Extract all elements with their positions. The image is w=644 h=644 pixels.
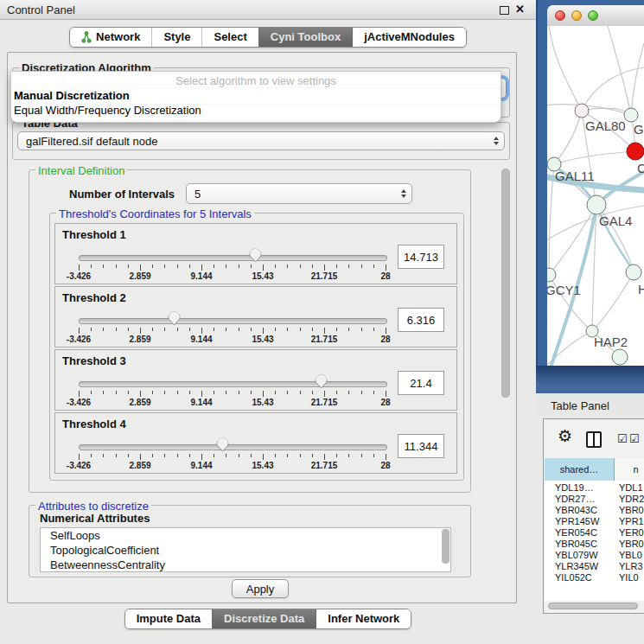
slider-tick — [189, 454, 190, 457]
gear-icon[interactable]: ⚙ — [558, 428, 572, 444]
algorithm-option-manual[interactable]: Manual Discretization — [14, 89, 130, 102]
float-icon[interactable] — [500, 6, 509, 15]
table-data-combo[interactable]: galFiltered.sif default node — [17, 131, 505, 150]
algorithm-option-equal-width[interactable]: Equal Width/Frequency Discretization — [14, 104, 201, 117]
slider-tick — [91, 391, 92, 394]
network-window-titlebar — [547, 5, 644, 27]
attribute-list-item[interactable]: BetweennessCentrality — [41, 558, 450, 572]
network-edge[interactable] — [592, 272, 634, 331]
tab-impute-data[interactable]: Impute Data — [125, 609, 212, 628]
network-node-label: G — [634, 122, 644, 137]
table-row[interactable]: YER054CYER0 — [545, 527, 644, 539]
network-edge[interactable] — [582, 108, 631, 115]
network-edge[interactable] — [582, 67, 644, 111]
tab-discretize-data[interactable]: Discretize Data — [212, 609, 316, 628]
slider-tick — [103, 265, 104, 268]
slider-tick — [348, 328, 349, 331]
slider-tick-label: 15.43 — [252, 461, 273, 470]
attribute-list-item[interactable]: SelfLoops — [41, 528, 450, 543]
slider-tick — [214, 391, 214, 394]
slider-tick — [239, 328, 239, 331]
threshold-value-field[interactable]: 11.344 — [398, 434, 444, 458]
tab-style[interactable]: Style — [151, 28, 201, 47]
network-canvas[interactable]: GAL80GCGAL11GAL4GCY1HHAP2 — [547, 26, 644, 366]
tab-jactivemnodules[interactable]: jActiveMNodules — [352, 28, 466, 47]
table-row[interactable]: YDR27…YDR2 — [545, 494, 644, 505]
network-edge[interactable] — [554, 151, 635, 164]
slider-tick — [373, 391, 374, 394]
slider-tick — [140, 454, 141, 460]
num-intervals-combo[interactable]: 5 — [186, 183, 412, 204]
network-node[interactable] — [624, 108, 638, 122]
table-cell-name: YBR0 — [614, 505, 644, 516]
slider-tick — [103, 454, 104, 457]
table-row[interactable]: YDL19…YDL1 — [545, 482, 644, 494]
threshold-slider-track[interactable] — [79, 255, 387, 261]
table-header-name[interactable]: n — [615, 458, 644, 481]
network-node[interactable] — [547, 268, 556, 282]
slider-tick — [361, 391, 362, 394]
network-node[interactable] — [626, 265, 641, 280]
threshold-slider-track[interactable] — [79, 381, 387, 387]
slider-tick — [79, 328, 80, 334]
close-icon[interactable]: ✕ — [515, 3, 525, 16]
zoom-traffic-light-icon[interactable] — [588, 10, 598, 21]
close-traffic-light-icon[interactable] — [555, 10, 565, 21]
slider-tick — [300, 328, 301, 331]
network-edge[interactable] — [554, 111, 582, 164]
table-horizontal-scrollbar[interactable] — [548, 603, 638, 609]
num-intervals-label: Number of Intervals — [69, 188, 175, 201]
table-row[interactable]: YIL052CYIL0 — [545, 572, 644, 583]
threshold-slider-track[interactable] — [79, 444, 387, 450]
table-row[interactable]: YPR145WYPR1 — [545, 516, 644, 527]
slider-tick — [91, 265, 92, 268]
slider-tick — [116, 328, 117, 331]
network-edge[interactable] — [608, 26, 631, 115]
network-node[interactable] — [575, 104, 589, 118]
table-row[interactable]: YLR345WYLR3 — [545, 561, 644, 572]
tab-network[interactable]: Network — [70, 28, 151, 47]
threshold-value-field[interactable]: 6.316 — [398, 308, 444, 332]
threshold-slider-thumb[interactable] — [167, 310, 182, 326]
table-header-shared[interactable]: shared… — [545, 458, 615, 481]
threshold-slider-thumb[interactable] — [314, 373, 328, 389]
combo-spinner-icon — [494, 137, 499, 145]
split-columns-icon[interactable] — [586, 431, 602, 448]
threshold-slider-thumb[interactable] — [215, 437, 230, 452]
threshold-panel-3: Threshold 3-3.4262.8599.14415.4321.71528… — [54, 349, 457, 411]
tab-infer-network[interactable]: Infer Network — [316, 609, 411, 628]
table-row[interactable]: YBR043CYBR0 — [545, 505, 644, 516]
threshold-slider-thumb[interactable] — [248, 247, 263, 263]
threshold-value-field[interactable]: 14.713 — [398, 245, 444, 269]
table-cell-name: YDL1 — [614, 482, 643, 494]
attributes-list[interactable]: SelfLoopsTopologicalCoefficientBetweenne… — [40, 527, 451, 572]
checkbox-icon[interactable]: ☑ — [617, 433, 628, 444]
content-vertical-scrollbar[interactable] — [501, 169, 510, 398]
slider-tick — [287, 391, 288, 394]
threshold-slider-track[interactable] — [79, 318, 387, 324]
attribute-list-item[interactable]: TopologicalCoefficient — [41, 543, 450, 558]
tab-select[interactable]: Select — [201, 28, 258, 47]
attributes-list-scrollbar[interactable] — [442, 529, 450, 564]
network-node[interactable] — [627, 143, 644, 160]
threshold-value-field[interactable]: 21.4 — [398, 371, 444, 395]
threshold-panel-2: Threshold 2-3.4262.8599.14415.4321.71528… — [54, 286, 457, 348]
table-cell-shared: YBR045C — [545, 539, 614, 550]
network-edge[interactable] — [549, 26, 582, 111]
table-cell-name: YDR2 — [614, 494, 644, 505]
network-edge[interactable] — [631, 43, 644, 115]
slider-tick — [103, 328, 104, 331]
apply-button[interactable]: Apply — [232, 579, 289, 598]
tab-cyni-toolbox[interactable]: Cyni Toolbox — [258, 28, 352, 47]
slider-tick — [373, 328, 374, 331]
slider-tick — [263, 328, 264, 334]
slider-tick — [386, 265, 386, 271]
network-node[interactable] — [587, 195, 606, 214]
checkbox-icon[interactable]: ☑ — [629, 433, 640, 444]
network-node[interactable] — [612, 349, 628, 365]
slider-tick-label: 2.859 — [129, 271, 150, 281]
table-row[interactable]: YBR045CYBR0 — [545, 539, 644, 550]
minimize-traffic-light-icon[interactable] — [571, 10, 582, 21]
table-row[interactable]: YBL079WYBL0 — [545, 550, 644, 561]
table-cell-shared: YDL19… — [545, 482, 614, 494]
